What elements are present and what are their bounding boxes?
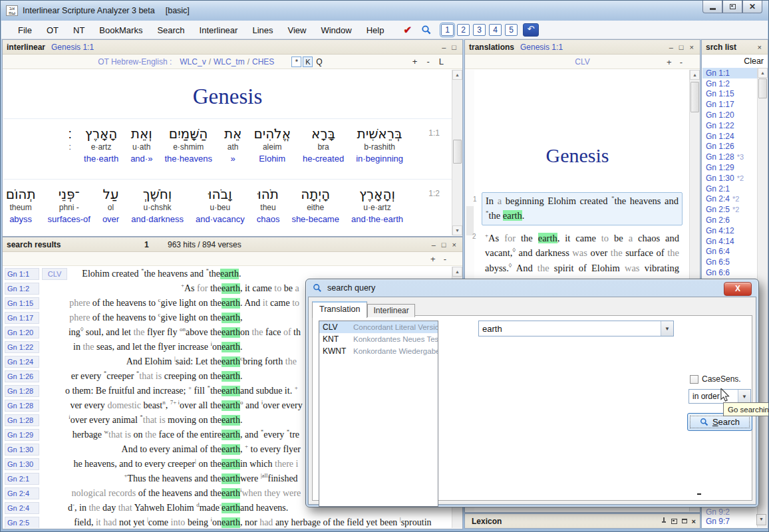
dialog-close-button[interactable]: X <box>724 282 752 296</box>
interlinear-word[interactable]: ־פְּנֵיphni -surfaces-of <box>42 186 96 224</box>
menu-item-ot[interactable]: OT <box>39 23 66 38</box>
result-ref[interactable]: Gn 1:24 <box>5 356 39 368</box>
menu-item-view[interactable]: View <box>280 23 313 38</box>
list-item[interactable]: Gn 9:2 <box>702 507 757 516</box>
interlinear-word[interactable]: ׃: <box>62 126 78 164</box>
list-item[interactable]: Gn 4:12 <box>702 225 757 236</box>
interlinear-word[interactable]: בְּרֵאשִׁיתb-rashithin·beginning <box>350 126 409 164</box>
list-item[interactable]: Gn 1:2 <box>702 78 757 89</box>
result-ref[interactable]: Gn 2:1 <box>5 473 39 485</box>
result-row[interactable]: Gn 2:5field, it had not yet |come into b… <box>3 515 452 528</box>
list-item[interactable]: Gn 6:5 <box>702 257 757 267</box>
minimize-button[interactable] <box>702 1 722 13</box>
interlinear-word[interactable]: וְאֵתu·athand·» <box>124 126 158 164</box>
list-item[interactable]: Gn 1:28*3 <box>702 152 757 162</box>
menu-item-help[interactable]: Help <box>359 23 392 38</box>
close-button[interactable]: ✕ <box>742 1 762 13</box>
result-ref[interactable]: Gn 1:30 <box>5 458 39 470</box>
page-button-3[interactable]: 3 <box>473 24 486 36</box>
translations-window-controls[interactable]: ‒ □ × <box>669 43 696 51</box>
result-ref[interactable]: Gn 1:28 <box>5 414 39 426</box>
list-item[interactable]: Gn 1:17 <box>702 99 757 110</box>
interlinear-word[interactable]: וְהָאָרֶץu·e·artzand·the·earth <box>345 186 409 224</box>
restore-button[interactable] <box>722 1 742 13</box>
result-ref[interactable]: Gn 1:20 <box>5 327 39 338</box>
page-button-5[interactable]: 5 <box>505 24 518 36</box>
version-label[interactable]: CLV <box>575 57 589 66</box>
pin-icon[interactable] <box>661 517 667 525</box>
list-item[interactable]: Gn 1:24 <box>702 131 757 142</box>
source-CHES[interactable]: CHES <box>252 57 274 66</box>
search-icon[interactable] <box>421 25 432 35</box>
interlinear-word[interactable]: עַלolover <box>96 186 125 224</box>
interlinear-word[interactable]: וְחֹשֶׁךְu·chshkand·darkness <box>125 186 190 224</box>
casesens-option[interactable]: CaseSens. <box>690 374 741 384</box>
q-button[interactable]: Q <box>316 57 322 66</box>
menu-item-nt[interactable]: NT <box>66 23 92 38</box>
search-term-combo[interactable]: earth ▼ <box>478 321 674 336</box>
result-ref[interactable]: Gn 1:29 <box>5 429 39 441</box>
interlinear-window-controls[interactable]: ‒ □ <box>442 43 458 51</box>
menu-item-interlinear[interactable]: Interlinear <box>192 23 245 38</box>
interlinear-word[interactable]: הָיְתָהeitheshe-became <box>285 186 345 224</box>
result-ref[interactable]: Gn 2:5 <box>5 517 39 528</box>
result-ref[interactable]: Gn 1:22 <box>5 341 39 353</box>
versions-listbox[interactable]: CLVConcordant Literal Version 2.1KNTKonk… <box>319 321 438 507</box>
version-row-CLV[interactable]: CLVConcordant Literal Version 2.1 <box>319 321 438 333</box>
list-item[interactable]: Gn 1:29 <box>702 162 757 173</box>
source-WLC_tm[interactable]: WLC_tm <box>214 57 245 66</box>
menu-item-window[interactable]: Window <box>313 23 359 38</box>
interlinear-word[interactable]: בָּרָאbrahe-created <box>297 126 350 164</box>
result-ref[interactable]: Gn 1:2 <box>5 283 39 295</box>
interlinear-word[interactable]: תֹהוּtheuchaos <box>251 186 286 224</box>
list-item[interactable]: Gn 2:5*2 <box>702 204 757 215</box>
result-ref[interactable]: Gn 2:4 <box>5 502 39 514</box>
lexicon-close-icon[interactable]: × <box>692 518 696 525</box>
check-icon[interactable]: ✔ <box>403 24 412 36</box>
list-item[interactable]: Gn 1:30*2 <box>702 173 757 184</box>
clear-button[interactable]: Clear <box>702 55 768 68</box>
interlinear-word[interactable]: תְהוֹםtheumabyss <box>3 186 42 224</box>
search-term-value[interactable]: earth <box>479 324 661 334</box>
result-ref[interactable]: Gn 2:4 <box>5 487 39 499</box>
list-item[interactable]: Gn 2:4*2 <box>702 194 757 205</box>
menu-item-lines[interactable]: Lines <box>245 23 280 38</box>
toggle-button-*[interactable]: * <box>291 57 301 67</box>
source-WLC_v[interactable]: WLC_v <box>180 57 206 66</box>
result-ref[interactable]: Gn 1:30 <box>5 444 39 456</box>
list-item[interactable]: Gn 9:7 <box>702 516 757 527</box>
list-item[interactable]: Gn 1:20 <box>702 110 757 120</box>
list-item[interactable]: Gn 1:15 <box>702 89 757 100</box>
order-combo[interactable]: in order ▼ <box>689 389 751 404</box>
tab-translation[interactable]: Translation <box>312 301 367 318</box>
dialog-title-bar[interactable]: search query <box>306 279 758 297</box>
casesens-checkbox[interactable] <box>690 375 698 384</box>
translations-zoom-buttons[interactable]: +- <box>667 57 683 67</box>
toggle-button-K[interactable]: K <box>303 57 313 67</box>
result-ref[interactable]: Gn 1:28 <box>5 385 39 397</box>
list-scroll-down-icon[interactable]: ▼ <box>756 514 766 525</box>
page-button-2[interactable]: 2 <box>457 24 470 36</box>
result-ref[interactable]: Gn 1:28 <box>5 400 39 412</box>
interlinear-word[interactable]: אֵתath» <box>218 126 248 164</box>
interlinear-word[interactable]: הָאָרֶץe·artzthe·earth <box>78 126 124 164</box>
result-ref[interactable]: Gn 1:26 <box>5 370 39 382</box>
search-list-close[interactable]: × <box>758 43 764 51</box>
menu-item-bookmarks[interactable]: BookMarks <box>92 23 150 38</box>
translation-verse[interactable]: 1In a beginning Elohim created *the heav… <box>482 192 683 225</box>
interlinear-zoom--[interactable]: - <box>426 57 429 66</box>
interlinear-zoom-+[interactable]: + <box>412 57 418 66</box>
list-item[interactable]: Gn 1:26 <box>702 142 757 152</box>
page-button-1[interactable]: 1 <box>441 24 454 36</box>
version-row-KNT[interactable]: KNTKonkordantes Neues Testament 6th e <box>319 333 438 345</box>
chevron-down-icon[interactable]: ▼ <box>661 321 673 336</box>
lexicon-restore-icon[interactable] <box>671 519 677 524</box>
result-ref[interactable]: Gn 1:17 <box>5 312 39 324</box>
list-item[interactable]: Gn 2:6 <box>702 215 757 225</box>
lexicon-maximize-icon[interactable] <box>682 519 687 523</box>
list-item[interactable]: Gn 4:14 <box>702 236 757 247</box>
list-item[interactable]: Gn 6:6 <box>702 267 757 278</box>
interlinear-word[interactable]: הַשָּׁמַיִםe·shmimthe·heavens <box>158 126 218 164</box>
tab-interlinear[interactable]: Interlinear <box>367 304 414 317</box>
interlinear-word[interactable]: וָבֹהוּu·beuand·vacancy <box>190 186 251 224</box>
